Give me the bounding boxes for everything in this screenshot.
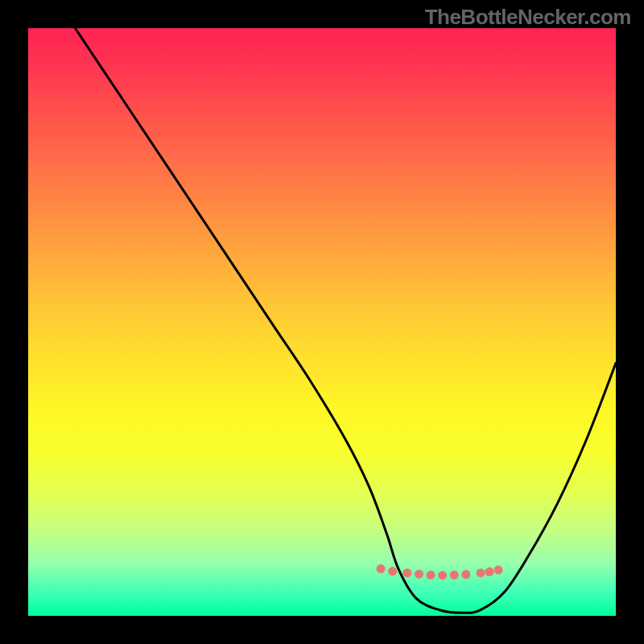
bottleneck-curve-line — [75, 28, 616, 613]
highlight-dot — [450, 571, 459, 580]
chart-container: TheBottleNecker.com — [0, 0, 644, 644]
highlight-dot — [402, 568, 411, 577]
highlight-dot — [427, 571, 436, 580]
highlight-dot — [415, 570, 423, 579]
highlight-dot — [461, 570, 470, 579]
highlight-dot — [388, 567, 397, 576]
highlight-dot — [377, 564, 386, 573]
highlight-dot — [477, 568, 485, 577]
chart-svg — [28, 28, 616, 616]
highlight-dots-group — [377, 564, 503, 580]
watermark-text: TheBottleNecker.com — [425, 5, 631, 30]
highlight-dot — [485, 568, 494, 576]
plot-area — [28, 28, 616, 616]
highlight-dot — [438, 571, 447, 580]
highlight-dot — [494, 566, 503, 575]
